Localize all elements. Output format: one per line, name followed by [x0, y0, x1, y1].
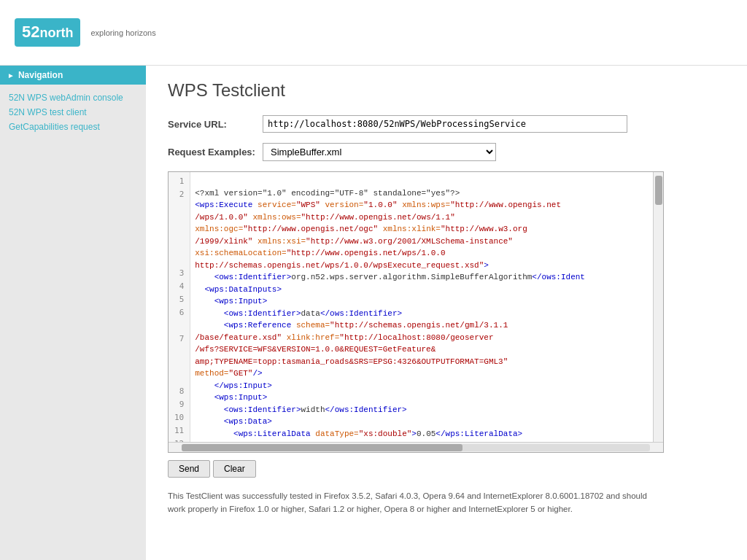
logo-icon: 52north	[15, 18, 80, 46]
tagline: exploring horizons	[90, 28, 155, 37]
nav-header: ► Navigation	[0, 66, 146, 85]
code-textarea[interactable]: <?xml version="1.0" encoding="UTF-8" sta…	[190, 172, 663, 442]
service-url-input[interactable]	[263, 115, 627, 133]
line-numbers: 1 2 3 4 5 6 7 8	[169, 172, 190, 442]
scrollbar-horizontal[interactable]	[169, 442, 663, 452]
sidebar-item-testclient[interactable]: 52N WPS test client	[0, 105, 146, 120]
header: 52north exploring horizons	[0, 0, 747, 66]
page-title: WPS Testclient	[168, 80, 725, 101]
logo-text: exploring horizons	[90, 27, 155, 37]
request-examples-row: Request Examples: SimpleBuffer.xml Simpl…	[168, 143, 725, 161]
nav-arrow-icon: ►	[7, 71, 15, 79]
nav-header-label: Navigation	[18, 70, 63, 80]
clear-button[interactable]: Clear	[213, 460, 256, 478]
footer-text: This TestClient was successfully tested …	[168, 489, 664, 516]
send-button[interactable]: Send	[168, 460, 210, 478]
request-examples-select[interactable]: SimpleBuffer.xml SimpleBufferPOST.xml Si…	[263, 143, 496, 161]
buttons-row: Send Clear	[168, 460, 725, 478]
page-layout: ► Navigation 52N WPS webAdmin console 52…	[0, 66, 747, 560]
sidebar-item-webadmin[interactable]: 52N WPS webAdmin console	[0, 90, 146, 105]
service-url-label: Service URL:	[168, 119, 263, 130]
sidebar-item-getcapabilities[interactable]: GetCapabilities request	[0, 120, 146, 134]
code-editor: 1 2 3 4 5 6 7 8	[168, 171, 664, 453]
scrollbar-vertical[interactable]	[653, 172, 663, 442]
service-url-row: Service URL:	[168, 115, 725, 133]
sidebar: ► Navigation 52N WPS webAdmin console 52…	[0, 66, 146, 560]
main-content: WPS Testclient Service URL: Request Exam…	[146, 66, 747, 560]
request-examples-label: Request Examples:	[168, 147, 263, 158]
